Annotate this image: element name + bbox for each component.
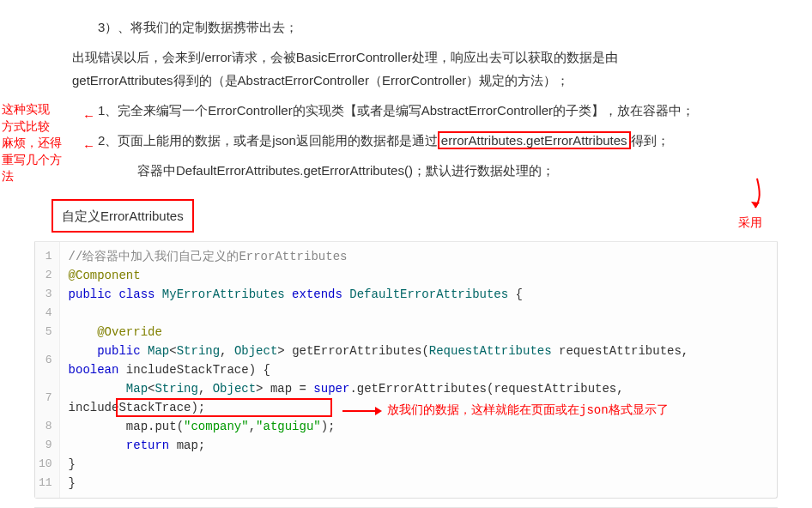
arrow-right-icon: ← <box>82 104 95 127</box>
list-item-3: 3）、将我们的定制数据携带出去； <box>26 15 786 39</box>
svg-marker-1 <box>375 407 382 415</box>
code-gutter: 1 2 3 4 5 6 7 8 9 10 11 <box>35 242 60 498</box>
code-line: public class MyErrorAttributes extends D… <box>69 285 768 304</box>
arrow-right-icon: ← <box>82 134 95 157</box>
list-item-1: ← 1、完全来编写一个ErrorController的实现类【或者是编写Abst… <box>26 99 786 122</box>
document-content: 3）、将我们的定制数据携带出去； 出现错误以后，会来到/error请求，会被Ba… <box>0 0 812 508</box>
code-line: } <box>69 455 768 474</box>
svg-marker-2 <box>751 202 760 208</box>
code-line <box>69 304 768 323</box>
arrow-right-icon <box>341 404 382 418</box>
code-line: return map; <box>69 436 768 455</box>
highlighted-method: errorAttributes.getErrorAttributes <box>438 131 631 149</box>
section-title: 自定义ErrorAttributes <box>52 199 194 233</box>
code-line: @Component <box>69 266 768 285</box>
code-line: @Override <box>69 323 768 342</box>
code-body: //给容器中加入我们自己定义的ErrorAttributes @Componen… <box>60 242 777 498</box>
adopt-label: 采用 <box>738 215 762 232</box>
list-item-2: ← 2、页面上能用的数据，或者是json返回能用的数据都是通过errorAttr… <box>26 129 786 152</box>
annotation-arrow: 放我们的数据，这样就能在页面或在json格式显示了 <box>341 400 669 421</box>
list-item-2-sub: 容器中DefaultErrorAttributes.getErrorAttrib… <box>26 159 786 182</box>
annotation-text: 放我们的数据，这样就能在页面或在json格式显示了 <box>387 400 669 421</box>
code-block: 1 2 3 4 5 6 7 8 9 10 11 //给容器中加入我们自己定义的E… <box>34 242 778 499</box>
section-title-box: 自定义ErrorAttributes <box>52 199 786 233</box>
code-line: public Map<String, Object> getErrorAttri… <box>69 342 768 379</box>
code-line: } <box>69 474 768 493</box>
side-annotation: 这种实现 方式比较 麻烦，还得 重写几个方法 <box>2 101 70 185</box>
paragraph-error-flow: 出现错误以后，会来到/error请求，会被BasicErrorControlle… <box>26 45 786 92</box>
code-line: //给容器中加入我们自己定义的ErrorAttributes <box>69 247 768 266</box>
